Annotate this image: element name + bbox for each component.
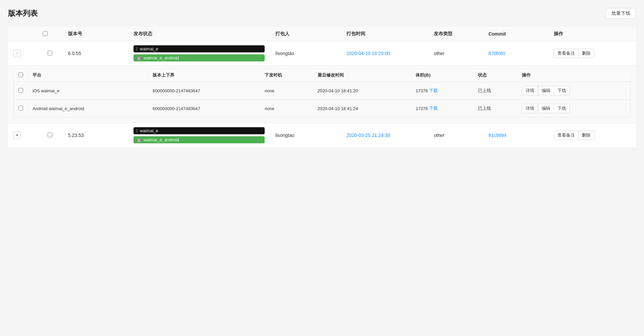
delete-button[interactable]: 删除 — [579, 131, 594, 140]
apple-icon:  — [136, 46, 138, 51]
expand-cell: - — [8, 41, 38, 66]
commit-cell: 91c9994 — [483, 123, 548, 148]
version-cell: 5.23.53 — [63, 123, 128, 148]
release-type-cell: other — [428, 123, 483, 148]
inner-action-cell: 详情 编辑 下线 — [517, 82, 630, 100]
edit-button[interactable]: 编辑 — [538, 86, 554, 95]
size-container: 17376 下载 — [416, 88, 468, 94]
row-checkbox[interactable] — [48, 51, 52, 55]
inner-status-cell: 已上线 — [473, 100, 518, 117]
inner-last-modified-value: 2020-04-10 18:41:20 — [318, 88, 358, 93]
release-type-value: other — [434, 133, 444, 138]
delete-button[interactable]: 删除 — [579, 49, 594, 58]
download-link[interactable]: 下载 — [429, 88, 438, 94]
publish-status-cell:  waimai_e 🤖 waimai_e_android — [128, 123, 270, 148]
apple-icon:  — [136, 128, 138, 133]
ios-tag:  waimai_e — [133, 127, 265, 134]
commit-hash[interactable]: 870fc60 — [488, 51, 505, 56]
batch-offline-button[interactable]: 批量下线 — [606, 8, 636, 19]
packer-cell: lisongtao — [270, 41, 341, 66]
inner-row-checkbox-cell — [14, 82, 28, 100]
inner-status-cell: 已上线 — [473, 82, 518, 100]
expanded-row: 平台 版本上下界 下发时机 最后修改时间 体积(B) 状态 操作 — [8, 66, 636, 123]
inner-platform-cell: Android waimai_e_android — [28, 100, 148, 117]
list-item: Android waimai_e_android 600000000-21474… — [14, 100, 630, 117]
inner-platform-value: Android waimai_e_android — [33, 106, 84, 111]
ios-tag-label: waimai_e — [140, 46, 158, 51]
col-publish-status-header: 发布状态 — [128, 27, 270, 41]
expand-button[interactable]: + — [13, 132, 21, 139]
inner-select-all-checkbox[interactable] — [18, 73, 23, 77]
page-container: 版本列表 批量下线 版本号 发布状态 打包人 打包时间 发布类型 Commit … — [0, 0, 644, 336]
col-pack-time-header: 打包时间 — [341, 27, 428, 41]
action-cell: 查看备注 删除 — [548, 123, 636, 148]
row-checkbox-cell — [38, 123, 63, 148]
inner-table-body: iOS waimai_e 600000000-2147483647 none — [14, 82, 630, 117]
col-commit-header: Commit — [483, 27, 548, 41]
inner-platform-value: iOS waimai_e — [33, 88, 59, 93]
tag-container:  waimai_e 🤖 waimai_e_android — [133, 45, 265, 61]
android-tag: 🤖 waimai_e_android — [133, 54, 265, 61]
detail-button[interactable]: 详情 — [522, 104, 538, 113]
detail-button[interactable]: 详情 — [522, 86, 538, 95]
col-release-type-header: 发布类型 — [428, 27, 483, 41]
inner-size-cell: 17376 下载 — [411, 82, 473, 100]
android-tag: 🤖 waimai_e_android — [133, 136, 265, 143]
inner-action-cell: 详情 编辑 下线 — [517, 100, 630, 117]
packer-cell: lisongtao — [270, 123, 341, 148]
inner-table-header-row: 平台 版本上下界 下发时机 最后修改时间 体积(B) 状态 操作 — [14, 69, 630, 82]
inner-action-group: 详情 编辑 下线 — [522, 104, 626, 113]
inner-last-modified-cell: 2020-04-10 18:41:20 — [313, 82, 411, 100]
inner-row-checkbox[interactable] — [18, 88, 23, 93]
inner-last-modified-value: 2020-04-10 18:41:24 — [318, 106, 358, 111]
inner-table-wrapper: 平台 版本上下界 下发时机 最后修改时间 体积(B) 状态 操作 — [13, 68, 631, 117]
inner-version-range-cell: 600000000-2147483647 — [148, 82, 260, 100]
row-checkbox[interactable] — [48, 133, 52, 137]
col-expand-header — [8, 27, 38, 41]
pack-time-link[interactable]: 2020-04-10 18:29:00 — [346, 51, 390, 56]
expanded-cell: 平台 版本上下界 下发时机 最后修改时间 体积(B) 状态 操作 — [8, 66, 636, 123]
select-all-checkbox[interactable] — [43, 31, 48, 36]
view-notes-button[interactable]: 查看备注 — [554, 49, 579, 58]
size-value: 17376 — [416, 106, 428, 111]
android-icon: 🤖 — [136, 55, 142, 60]
inner-col-action-header: 操作 — [517, 69, 630, 82]
inner-action-group: 详情 编辑 下线 — [522, 86, 626, 95]
offline-button[interactable]: 下线 — [554, 86, 570, 95]
download-link[interactable]: 下载 — [429, 105, 438, 111]
offline-button[interactable]: 下线 — [554, 104, 570, 113]
ios-tag:  waimai_e — [133, 45, 265, 52]
packer-name: lisongtao — [275, 133, 294, 138]
action-cell: 查看备注 删除 — [548, 41, 636, 66]
page-title: 版本列表 — [8, 8, 38, 18]
version-cell: 6.0.55 — [63, 41, 128, 66]
inner-version-range-value: 600000000-2147483647 — [153, 106, 200, 111]
col-checkbox-header — [38, 27, 63, 41]
inner-version-range-value: 600000000-2147483647 — [153, 88, 200, 93]
android-tag-label: waimai_e_android — [144, 55, 179, 60]
table-row: - 6.0.55  waimai_e — [8, 41, 636, 66]
release-type-cell: other — [428, 41, 483, 66]
inner-row-checkbox[interactable] — [18, 106, 23, 110]
inner-col-status-header: 状态 — [473, 69, 518, 82]
action-group: 查看备注 删除 — [554, 49, 631, 58]
inner-last-modified-cell: 2020-04-10 18:41:24 — [313, 100, 411, 117]
size-value: 17376 — [416, 88, 428, 93]
inner-col-checkbox-header — [14, 69, 28, 82]
pack-time-link[interactable]: 2020-03-25 21:24:38 — [346, 133, 390, 138]
row-checkbox-cell — [38, 41, 63, 66]
collapse-button[interactable]: - — [13, 50, 21, 57]
page-header: 版本列表 批量下线 — [8, 8, 636, 19]
inner-dispatch-cell: none — [260, 82, 313, 100]
inner-col-version-range-header: 版本上下界 — [148, 69, 260, 82]
view-notes-button[interactable]: 查看备注 — [554, 131, 579, 140]
edit-button[interactable]: 编辑 — [538, 104, 554, 113]
inner-version-range-cell: 600000000-2147483647 — [148, 100, 260, 117]
commit-hash[interactable]: 91c9994 — [488, 133, 506, 138]
status-badge: 已上线 — [478, 88, 491, 93]
list-item: iOS waimai_e 600000000-2147483647 none — [14, 82, 630, 100]
main-table-header-row: 版本号 发布状态 打包人 打包时间 发布类型 Commit 操作 — [8, 27, 636, 41]
version-number: 5.23.53 — [68, 133, 84, 138]
inner-row-checkbox-cell — [14, 100, 28, 117]
inner-dispatch-value: none — [265, 88, 274, 93]
